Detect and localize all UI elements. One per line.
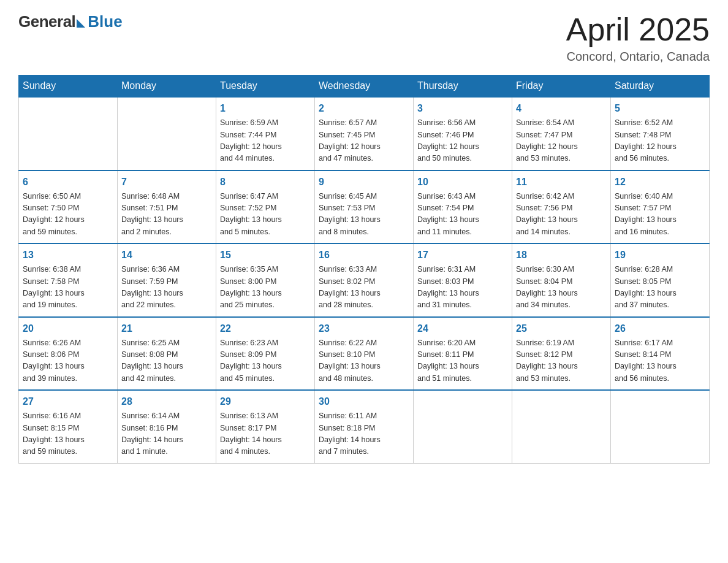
- day-of-week-header: Tuesday: [216, 75, 315, 98]
- calendar-day-cell: 22Sunrise: 6:23 AM Sunset: 8:09 PM Dayli…: [216, 317, 315, 391]
- day-number: 24: [417, 321, 508, 336]
- calendar-day-cell: 5Sunrise: 6:52 AM Sunset: 7:48 PM Daylig…: [611, 97, 710, 170]
- calendar-day-cell: 14Sunrise: 6:36 AM Sunset: 7:59 PM Dayli…: [118, 243, 216, 317]
- day-of-week-header: Sunday: [19, 75, 118, 98]
- day-info: Sunrise: 6:42 AM Sunset: 7:56 PM Dayligh…: [516, 191, 607, 239]
- logo-triangle-icon: [77, 19, 85, 28]
- day-number: 30: [319, 394, 409, 409]
- day-info: Sunrise: 6:54 AM Sunset: 7:47 PM Dayligh…: [516, 117, 607, 165]
- calendar-day-cell: 21Sunrise: 6:25 AM Sunset: 8:08 PM Dayli…: [118, 317, 216, 391]
- day-number: 18: [516, 248, 607, 262]
- location: Concord, Ontario, Canada: [566, 50, 710, 64]
- day-info: Sunrise: 6:13 AM Sunset: 8:17 PM Dayligh…: [220, 410, 311, 458]
- day-info: Sunrise: 6:36 AM Sunset: 7:59 PM Dayligh…: [121, 264, 212, 312]
- calendar-day-cell: 7Sunrise: 6:48 AM Sunset: 7:51 PM Daylig…: [118, 170, 216, 244]
- day-number: 14: [121, 248, 212, 262]
- day-of-week-header: Thursday: [414, 75, 512, 98]
- calendar-week-row: 13Sunrise: 6:38 AM Sunset: 7:58 PM Dayli…: [19, 243, 710, 317]
- day-of-week-header: Wednesday: [315, 75, 414, 98]
- day-number: 1: [220, 101, 311, 116]
- day-number: 27: [23, 394, 113, 409]
- calendar-day-cell: 13Sunrise: 6:38 AM Sunset: 7:58 PM Dayli…: [19, 243, 118, 317]
- day-info: Sunrise: 6:25 AM Sunset: 8:08 PM Dayligh…: [121, 337, 212, 385]
- day-info: Sunrise: 6:20 AM Sunset: 8:11 PM Dayligh…: [417, 337, 508, 385]
- calendar-day-cell: 1Sunrise: 6:59 AM Sunset: 7:44 PM Daylig…: [216, 97, 315, 170]
- day-info: Sunrise: 6:57 AM Sunset: 7:45 PM Dayligh…: [319, 117, 409, 165]
- calendar-day-cell: 29Sunrise: 6:13 AM Sunset: 8:17 PM Dayli…: [216, 390, 315, 463]
- day-number: 10: [417, 175, 508, 190]
- day-number: 23: [319, 321, 409, 336]
- day-info: Sunrise: 6:19 AM Sunset: 8:12 PM Dayligh…: [516, 337, 607, 385]
- day-info: Sunrise: 6:38 AM Sunset: 7:58 PM Dayligh…: [23, 264, 113, 312]
- title-area: April 2025 Concord, Ontario, Canada: [566, 12, 710, 64]
- day-info: Sunrise: 6:43 AM Sunset: 7:54 PM Dayligh…: [417, 191, 508, 239]
- calendar-day-cell: 9Sunrise: 6:45 AM Sunset: 7:53 PM Daylig…: [315, 170, 414, 244]
- day-info: Sunrise: 6:30 AM Sunset: 8:04 PM Dayligh…: [516, 264, 607, 312]
- calendar-day-cell: 8Sunrise: 6:47 AM Sunset: 7:52 PM Daylig…: [216, 170, 315, 244]
- calendar-day-cell: 18Sunrise: 6:30 AM Sunset: 8:04 PM Dayli…: [512, 243, 611, 317]
- day-number: 6: [23, 175, 113, 190]
- calendar-day-cell: 6Sunrise: 6:50 AM Sunset: 7:50 PM Daylig…: [19, 170, 118, 244]
- day-info: Sunrise: 6:52 AM Sunset: 7:48 PM Dayligh…: [615, 117, 705, 165]
- calendar-day-cell: 19Sunrise: 6:28 AM Sunset: 8:05 PM Dayli…: [611, 243, 710, 317]
- calendar-day-cell: 17Sunrise: 6:31 AM Sunset: 8:03 PM Dayli…: [414, 243, 512, 317]
- day-info: Sunrise: 6:47 AM Sunset: 7:52 PM Dayligh…: [220, 191, 311, 239]
- day-info: Sunrise: 6:50 AM Sunset: 7:50 PM Dayligh…: [23, 191, 113, 239]
- calendar-day-cell: [512, 390, 611, 463]
- calendar-day-cell: 12Sunrise: 6:40 AM Sunset: 7:57 PM Dayli…: [611, 170, 710, 244]
- calendar-week-row: 6Sunrise: 6:50 AM Sunset: 7:50 PM Daylig…: [19, 170, 710, 244]
- day-number: 9: [319, 175, 409, 190]
- day-of-week-header: Saturday: [611, 75, 710, 98]
- day-number: 15: [220, 248, 311, 262]
- calendar-day-cell: 2Sunrise: 6:57 AM Sunset: 7:45 PM Daylig…: [315, 97, 414, 170]
- calendar-day-cell: 16Sunrise: 6:33 AM Sunset: 8:02 PM Dayli…: [315, 243, 414, 317]
- page-header: General Blue April 2025 Concord, Ontario…: [18, 12, 710, 64]
- day-of-week-header: Monday: [118, 75, 216, 98]
- day-info: Sunrise: 6:40 AM Sunset: 7:57 PM Dayligh…: [615, 191, 705, 239]
- day-number: 13: [23, 248, 113, 262]
- calendar-table: SundayMondayTuesdayWednesdayThursdayFrid…: [18, 75, 710, 464]
- day-info: Sunrise: 6:33 AM Sunset: 8:02 PM Dayligh…: [319, 264, 409, 312]
- day-info: Sunrise: 6:14 AM Sunset: 8:16 PM Dayligh…: [121, 410, 212, 458]
- day-info: Sunrise: 6:22 AM Sunset: 8:10 PM Dayligh…: [319, 337, 409, 385]
- day-info: Sunrise: 6:26 AM Sunset: 8:06 PM Dayligh…: [23, 337, 113, 385]
- calendar-day-cell: 27Sunrise: 6:16 AM Sunset: 8:15 PM Dayli…: [19, 390, 118, 463]
- calendar-body: 1Sunrise: 6:59 AM Sunset: 7:44 PM Daylig…: [19, 97, 710, 463]
- calendar-header: SundayMondayTuesdayWednesdayThursdayFrid…: [19, 75, 710, 98]
- calendar-week-row: 1Sunrise: 6:59 AM Sunset: 7:44 PM Daylig…: [19, 97, 710, 170]
- day-info: Sunrise: 6:59 AM Sunset: 7:44 PM Dayligh…: [220, 117, 311, 165]
- calendar-week-row: 20Sunrise: 6:26 AM Sunset: 8:06 PM Dayli…: [19, 317, 710, 391]
- calendar-day-cell: 28Sunrise: 6:14 AM Sunset: 8:16 PM Dayli…: [118, 390, 216, 463]
- day-info: Sunrise: 6:16 AM Sunset: 8:15 PM Dayligh…: [23, 410, 113, 458]
- day-info: Sunrise: 6:31 AM Sunset: 8:03 PM Dayligh…: [417, 264, 508, 312]
- day-number: 2: [319, 101, 409, 116]
- calendar-day-cell: 15Sunrise: 6:35 AM Sunset: 8:00 PM Dayli…: [216, 243, 315, 317]
- calendar-day-cell: 24Sunrise: 6:20 AM Sunset: 8:11 PM Dayli…: [414, 317, 512, 391]
- calendar-day-cell: [414, 390, 512, 463]
- calendar-week-row: 27Sunrise: 6:16 AM Sunset: 8:15 PM Dayli…: [19, 390, 710, 463]
- day-number: 3: [417, 101, 508, 116]
- day-number: 4: [516, 101, 607, 116]
- day-number: 26: [615, 321, 705, 336]
- day-info: Sunrise: 6:23 AM Sunset: 8:09 PM Dayligh…: [220, 337, 311, 385]
- day-info: Sunrise: 6:28 AM Sunset: 8:05 PM Dayligh…: [615, 264, 705, 312]
- day-info: Sunrise: 6:56 AM Sunset: 7:46 PM Dayligh…: [417, 117, 508, 165]
- calendar-day-cell: 4Sunrise: 6:54 AM Sunset: 7:47 PM Daylig…: [512, 97, 611, 170]
- day-info: Sunrise: 6:35 AM Sunset: 8:00 PM Dayligh…: [220, 264, 311, 312]
- calendar-day-cell: 25Sunrise: 6:19 AM Sunset: 8:12 PM Dayli…: [512, 317, 611, 391]
- calendar-day-cell: 20Sunrise: 6:26 AM Sunset: 8:06 PM Dayli…: [19, 317, 118, 391]
- day-info: Sunrise: 6:11 AM Sunset: 8:18 PM Dayligh…: [319, 410, 409, 458]
- calendar-day-cell: 11Sunrise: 6:42 AM Sunset: 7:56 PM Dayli…: [512, 170, 611, 244]
- day-number: 22: [220, 321, 311, 336]
- day-number: 17: [417, 248, 508, 262]
- day-number: 25: [516, 321, 607, 336]
- calendar-day-cell: [611, 390, 710, 463]
- day-number: 7: [121, 175, 212, 190]
- day-number: 12: [615, 175, 705, 190]
- day-number: 5: [615, 101, 705, 116]
- day-info: Sunrise: 6:17 AM Sunset: 8:14 PM Dayligh…: [615, 337, 705, 385]
- calendar-day-cell: 30Sunrise: 6:11 AM Sunset: 8:18 PM Dayli…: [315, 390, 414, 463]
- calendar-day-cell: [118, 97, 216, 170]
- days-of-week-row: SundayMondayTuesdayWednesdayThursdayFrid…: [19, 75, 710, 98]
- calendar-day-cell: 23Sunrise: 6:22 AM Sunset: 8:10 PM Dayli…: [315, 317, 414, 391]
